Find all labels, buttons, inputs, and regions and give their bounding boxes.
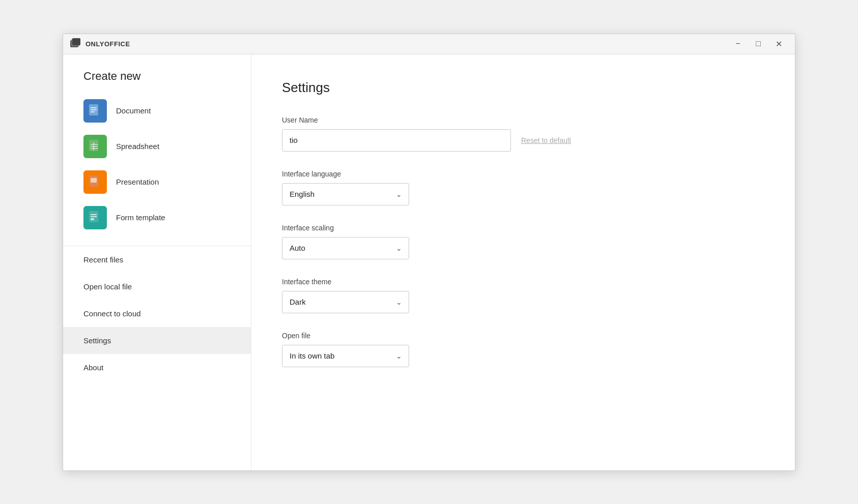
presentation-label: Presentation [116, 177, 159, 186]
interface-language-select[interactable]: English French German Spanish Russian [282, 183, 409, 205]
form-template-icon [83, 206, 107, 229]
open-file-label: Open file [282, 332, 764, 340]
interface-theme-label: Interface theme [282, 278, 764, 286]
sidebar-item-form-template[interactable]: Form template [63, 200, 251, 235]
sidebar: Create new Document [63, 54, 251, 470]
settings-title: Settings [282, 80, 764, 96]
interface-language-select-wrapper: English French German Spanish Russian ⌄ [282, 183, 409, 205]
close-button[interactable]: ✕ [768, 34, 789, 54]
open-file-select-wrapper: In its own tab In the same tab ⌄ [282, 345, 409, 367]
presentation-icon [83, 170, 107, 194]
create-new-list: Document Spreadsheet [63, 93, 251, 246]
user-name-input[interactable] [282, 129, 511, 152]
onlyoffice-logo-icon [69, 38, 81, 50]
sidebar-item-about[interactable]: About [63, 354, 251, 381]
sidebar-item-spreadsheet[interactable]: Spreadsheet [63, 129, 251, 164]
svg-rect-17 [91, 178, 97, 183]
open-file-group: Open file In its own tab In the same tab… [282, 332, 764, 367]
sidebar-item-connect-to-cloud[interactable]: Connect to cloud [63, 300, 251, 327]
logo-text: ONLYOFFICE [85, 40, 130, 48]
spreadsheet-icon [83, 135, 107, 158]
maximize-button[interactable]: □ [748, 34, 768, 54]
main-layout: Create new Document [63, 54, 795, 470]
settings-content: Settings User Name Reset to default Inte… [251, 54, 795, 470]
document-label: Document [116, 106, 151, 115]
sidebar-item-document[interactable]: Document [63, 93, 251, 129]
interface-theme-select-wrapper: Dark Light System default ⌄ [282, 291, 409, 313]
logo: ONLYOFFICE [69, 38, 130, 50]
interface-theme-select[interactable]: Dark Light System default [282, 291, 409, 313]
interface-language-label: Interface language [282, 170, 764, 178]
user-name-row: Reset to default [282, 129, 764, 152]
window-controls: − □ ✕ [728, 34, 789, 54]
interface-theme-group: Interface theme Dark Light System defaul… [282, 278, 764, 313]
minimize-button[interactable]: − [728, 34, 748, 54]
sidebar-item-open-local-file[interactable]: Open local file [63, 273, 251, 300]
sidebar-item-recent-files[interactable]: Recent files [63, 246, 251, 273]
interface-scaling-label: Interface scaling [282, 224, 764, 232]
svg-rect-3 [72, 38, 80, 45]
spreadsheet-label: Spreadsheet [116, 142, 159, 151]
svg-rect-22 [91, 218, 94, 220]
form-template-label: Form template [116, 213, 165, 222]
user-name-group: User Name Reset to default [282, 116, 764, 152]
interface-scaling-select-wrapper: Auto 100% 125% 150% 175% 200% ⌄ [282, 237, 409, 259]
interface-language-group: Interface language English French German… [282, 170, 764, 205]
create-new-title: Create new [63, 70, 251, 93]
sidebar-item-settings[interactable]: Settings [63, 327, 251, 354]
sidebar-nav: Recent files Open local file Connect to … [63, 246, 251, 470]
interface-scaling-group: Interface scaling Auto 100% 125% 150% 17… [282, 224, 764, 259]
interface-scaling-select[interactable]: Auto 100% 125% 150% 175% 200% [282, 237, 409, 259]
user-name-label: User Name [282, 116, 764, 124]
document-icon [83, 99, 107, 123]
sidebar-item-presentation[interactable]: Presentation [63, 164, 251, 200]
reset-to-default-link[interactable]: Reset to default [521, 136, 571, 144]
open-file-select[interactable]: In its own tab In the same tab [282, 345, 409, 367]
titlebar: ONLYOFFICE − □ ✕ [63, 34, 795, 54]
